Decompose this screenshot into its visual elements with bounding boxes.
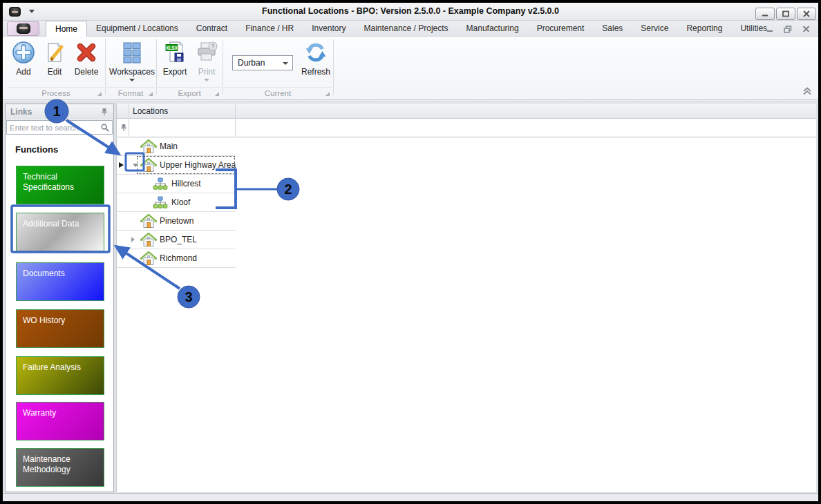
add-button[interactable]: Add <box>8 39 39 84</box>
tab-service[interactable]: Service <box>632 21 677 37</box>
export-xlsx-icon: XLSX <box>162 39 187 66</box>
mdi-minimize-button[interactable] <box>764 24 775 34</box>
maximize-icon <box>782 10 790 17</box>
workspaces-button[interactable]: Workspaces <box>108 39 156 84</box>
links-panel-header: Links <box>6 104 113 119</box>
function-button-documents[interactable]: Documents <box>16 262 104 301</box>
refresh-button[interactable]: Refresh <box>297 39 334 84</box>
auto-filter-row[interactable] <box>117 119 816 137</box>
close-button[interactable] <box>797 8 816 20</box>
collapse-ribbon-button[interactable] <box>801 86 813 99</box>
focused-cell-border <box>137 156 235 174</box>
mdi-restore-button[interactable] <box>782 24 793 34</box>
tree-row-kloof[interactable]: Kloof <box>117 193 236 212</box>
function-button-technical-specifications[interactable]: Technical Specifications <box>16 166 104 204</box>
ribbon: Add Edit <box>3 37 818 100</box>
status-bar <box>3 493 818 501</box>
function-button-failure-analysis[interactable]: Failure Analysis <box>16 356 104 395</box>
window-body: Functional Locations - BPO: Version 2.5.… <box>3 3 818 501</box>
tab-sales[interactable]: Sales <box>593 21 632 37</box>
edit-button[interactable]: Edit <box>39 39 70 84</box>
close-icon <box>802 10 811 17</box>
function-button-additional-data[interactable]: Additional Data <box>16 213 104 251</box>
ribbon-group-separator <box>105 39 106 95</box>
function-button-warranty[interactable]: Warranty <box>16 402 104 440</box>
tab-equipment-locations[interactable]: Equipment / Locations <box>87 21 187 37</box>
workspaces-icon <box>121 39 143 66</box>
tab-contract[interactable]: Contract <box>187 21 236 37</box>
house-icon <box>140 213 157 230</box>
chevron-up-icon <box>801 86 813 96</box>
filter-pin-icon <box>120 124 128 132</box>
mdi-close-button[interactable] <box>800 24 811 34</box>
dialog-launcher-icon[interactable] <box>214 91 219 96</box>
org-chart-icon <box>153 195 168 211</box>
site-combobox-value: Durban <box>238 58 265 68</box>
close-icon <box>802 26 810 32</box>
functions-section-title: Functions <box>15 144 58 155</box>
restore-icon <box>784 26 792 33</box>
application-button[interactable] <box>7 21 39 36</box>
tab-inventory[interactable]: Inventory <box>303 21 355 37</box>
ribbon-group-separator <box>333 39 334 95</box>
house-icon <box>140 139 157 155</box>
tree-row-main[interactable]: Main <box>117 137 236 156</box>
delete-button[interactable]: Delete <box>70 39 102 84</box>
group-process: Process <box>8 87 104 98</box>
ribbon-tab-row: Home Equipment / Locations Contract Fina… <box>3 21 818 37</box>
tab-procurement[interactable]: Procurement <box>528 21 594 37</box>
locations-tree-panel: Locations Main Upper Highway Area <box>116 104 816 492</box>
refresh-icon <box>303 39 329 66</box>
pin-icon[interactable] <box>100 108 108 116</box>
tab-home[interactable]: Home <box>46 21 87 37</box>
column-header-label: Locations <box>133 106 168 116</box>
minimize-button[interactable] <box>755 8 775 20</box>
add-icon <box>11 39 36 66</box>
combo-dropdown-icon <box>283 62 288 65</box>
print-button[interactable]: ? Print <box>192 39 221 84</box>
group-format: Format <box>106 87 155 98</box>
tree-column-header[interactable]: Locations <box>117 104 816 119</box>
expand-node-icon[interactable] <box>131 237 135 242</box>
main-content: Links Functions Technical Specifications… <box>3 101 818 493</box>
svg-text:?: ? <box>211 43 214 50</box>
tree-row-pinetown[interactable]: Pinetown <box>117 212 236 231</box>
tree-row-richmond[interactable]: Richmond <box>117 249 236 268</box>
svg-text:XLSX: XLSX <box>166 46 178 50</box>
tab-finance-hr[interactable]: Finance / HR <box>236 21 303 37</box>
tab-manufacturing[interactable]: Manufacturing <box>457 21 528 37</box>
maximize-button[interactable] <box>776 8 795 20</box>
function-button-wo-history[interactable]: WO History <box>16 309 104 348</box>
current-row-indicator-icon <box>119 162 124 168</box>
tree-row-bpo-tel[interactable]: BPO_TEL <box>117 231 236 249</box>
house-icon <box>140 251 157 267</box>
delete-icon <box>75 39 98 66</box>
group-current: Current <box>224 87 332 98</box>
window-title: Functional Locations - BPO: Version 2.5.… <box>3 6 818 16</box>
tab-maintenance-projects[interactable]: Maintenance / Projects <box>355 21 457 37</box>
site-combobox[interactable]: Durban <box>232 55 293 70</box>
print-dropdown-icon <box>204 79 209 81</box>
tree-row-hillcrest[interactable]: Hillcrest <box>117 175 236 193</box>
application-window: Functional Locations - BPO: Version 2.5.… <box>0 0 821 504</box>
group-export: Export <box>158 87 221 98</box>
minimize-icon <box>766 26 774 32</box>
ribbon-group-separator <box>156 39 157 95</box>
dialog-launcher-icon[interactable] <box>97 91 102 96</box>
links-panel: Links Functions Technical Specifications… <box>5 104 114 492</box>
print-icon: ? <box>194 39 219 66</box>
workspaces-dropdown-icon <box>129 79 135 81</box>
ribbon-tabs: Home Equipment / Locations Contract Fina… <box>46 21 776 37</box>
tab-reporting[interactable]: Reporting <box>677 21 731 37</box>
export-button[interactable]: XLSX Export <box>159 39 191 84</box>
edit-icon <box>43 39 66 66</box>
tree-row-upper-highway-area[interactable]: Upper Highway Area <box>117 156 236 175</box>
search-icon[interactable] <box>100 123 110 133</box>
minimize-icon <box>761 10 769 17</box>
function-button-maintenance-methodology[interactable]: Maintenance Methodology <box>16 448 104 487</box>
search-input[interactable] <box>7 121 101 134</box>
dialog-launcher-icon[interactable] <box>148 91 153 96</box>
org-chart-icon <box>153 177 168 192</box>
house-icon <box>140 232 157 249</box>
dialog-launcher-icon[interactable] <box>325 91 330 96</box>
